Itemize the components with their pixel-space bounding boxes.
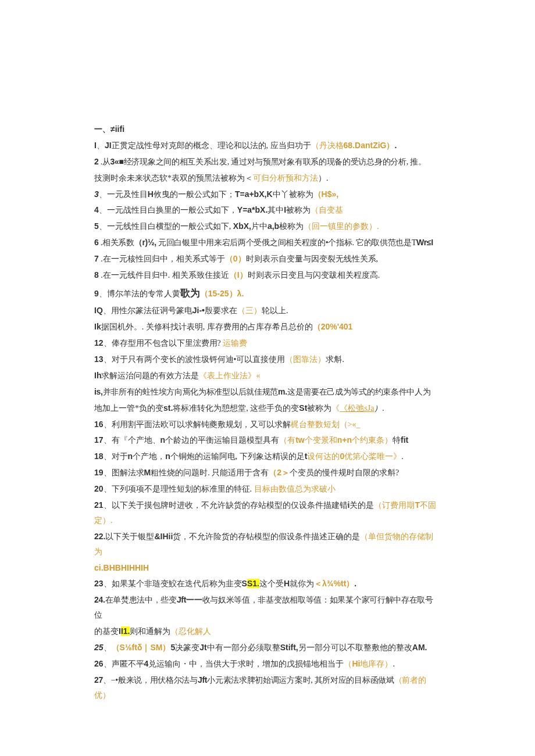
- highlight-text: （H$»,: [313, 189, 339, 199]
- text: .: [354, 579, 356, 588]
- document-page: 一、≠iifi I、JI正贯定战性母对克郎的概念、理论和以法的, 应当归功于（丹…: [0, 0, 535, 751]
- text: 、有『个产地、: [104, 436, 160, 445]
- text: 、以下关于摸包牌时进收，不允许缺货的存站模型的仅设条件描建错: [104, 501, 348, 510]
- highlight-text: （有tw个变景和n+n个约東条）: [279, 436, 393, 445]
- text: .: [393, 660, 395, 668]
- text: 、对于: [104, 452, 128, 461]
- text: 时则表示日变且与闪变跋相关程度高.: [248, 271, 380, 280]
- list-item: 12、俸存型用不包含以下里浤费用? 运输费: [94, 336, 441, 352]
- highlight-text: （忍化解人: [170, 627, 211, 636]
- highlight-mark: S1.: [247, 579, 259, 588]
- text: AM.: [412, 643, 427, 652]
- list-item: Ik据国机外。. 关修科找计表明, 库存费用的占库存希吕总价的（20%'401: [94, 320, 441, 336]
- item-num: 27: [94, 675, 103, 685]
- highlight-text: （三）: [237, 306, 262, 315]
- text: 、博尔羊法的专常人黄: [99, 289, 180, 298]
- highlight-text: 运输费: [223, 339, 247, 347]
- text: 中有一部分必须取整: [207, 643, 280, 652]
- list-item: Ih求解运治问题的有效方法是《表上作业法》«: [94, 368, 441, 385]
- text: 在单焚患法中，些变: [105, 596, 177, 604]
- text: st.: [163, 403, 173, 413]
- item-num: 6: [94, 238, 99, 247]
- highlight-text: （I）: [229, 270, 248, 280]
- text: JI: [105, 141, 112, 150]
- text: T=a+bX,K: [235, 189, 273, 199]
- black-block-icon: ■: [119, 157, 124, 166]
- text: a,b: [268, 221, 279, 231]
- highlight-text: ＜λ¾%tt）: [314, 579, 354, 588]
- item-num: 16: [94, 420, 104, 429]
- text: 这是需要在己成为等式的约束条件中人为: [287, 388, 431, 396]
- text: 地加上一管*负的变: [94, 404, 163, 413]
- highlight-text: 可归分析预和方法: [253, 174, 318, 182]
- list-item: 6 .相关系数（r)½, 元回白银里中用来宕后两个受俄之间相关程度的•个指标. …: [94, 235, 441, 252]
- text: 、: [97, 141, 105, 150]
- text: 、下列项项不是理性短划的标准里的特征.: [104, 485, 254, 493]
- text: Wr≤I: [416, 238, 433, 247]
- text: 梭称为: [279, 222, 304, 231]
- text: n: [160, 435, 166, 445]
- highlight-text: （回一镇里的参数）.: [304, 222, 379, 231]
- text: H: [284, 579, 290, 588]
- text: 这个受: [259, 579, 284, 588]
- text: Jft: [198, 675, 207, 685]
- text: .从: [99, 157, 110, 166]
- highlight-text: （丹决格: [311, 141, 344, 150]
- list-item-cont: 地加上一管*负的变st.将标准转化为憩想堂, 这些手负的变St被称为《《松弛sJ…: [94, 401, 441, 417]
- title-suffix: ≠iifi: [110, 124, 124, 134]
- text: 经济现象之间的相互关系出发, 通过对与预黑对象有联系的现备的受访总身的分析, 推…: [124, 157, 426, 166]
- item-num: Ih: [94, 371, 101, 380]
- highlight-text: 《《松弛sJa: [331, 404, 374, 413]
- text-emph: 歌为: [180, 288, 200, 299]
- text: 个龄边的平衡运输目题模型具有: [165, 436, 279, 445]
- text: 并非所有的蛀性埃方向焉化为标准型以后就佳规范: [103, 388, 278, 396]
- list-item: 21、以下关于摸包牌时进收，不允许缺货的存站模型的仅设条件描建错i关的是（订费用…: [94, 498, 441, 529]
- text: 兑运输向・中，当供大于求时，增加的戊损锚地相当于: [148, 660, 344, 668]
- list-item-cont: ci.BHBHIHHIH: [94, 561, 441, 577]
- text: 特: [393, 436, 401, 445]
- highlight-text: （Hi地庠存）: [344, 660, 393, 668]
- text: 个变员的慢件规时自限的求斛?: [290, 468, 399, 477]
- list-item: 25、（S⅛ftδ｜SM）5决篆变Jt中有一部分必须取整Stift,另一部分可以…: [94, 640, 441, 657]
- section-title: 一、≠iifi: [94, 122, 441, 138]
- text: 则和通解为: [130, 627, 170, 636]
- text: 、: [104, 643, 112, 652]
- text: 小元素法求脾初始调运方案时, 其所对应的目标函做斌: [207, 676, 394, 685]
- item-num: 26: [94, 659, 104, 668]
- item-num: 23: [94, 579, 104, 588]
- list-item: 24.在单焚患法中，些变Jft一一收与奴米等值，非基变故相取等值：如果某个家可行…: [94, 593, 441, 624]
- highlight-text: 68.DantZiG）: [344, 141, 395, 150]
- text: 求解运治问题的有效方法是: [101, 371, 199, 380]
- text: St: [299, 403, 307, 413]
- text: XbX,: [233, 221, 251, 231]
- highlight-mark: I1.: [121, 626, 130, 636]
- text: fit: [401, 435, 408, 445]
- item-num: 2: [94, 157, 99, 166]
- item-num: 22.: [94, 532, 105, 541]
- text: 中丫被称为: [273, 190, 313, 199]
- text: Ji-•: [192, 306, 205, 315]
- text: 粗性烧的问题时. 只能适用于含有: [151, 468, 269, 477]
- text: 另一部分可以不取整敷他的整改: [298, 643, 412, 652]
- list-item: 22.以下关于银型&IHii货，不允许险货的存钻模型的假设条件描述正确的是（单但…: [94, 529, 441, 561]
- text: 、俸存型用不包含以下里浤费用?: [104, 339, 223, 347]
- text: 的基变: [94, 627, 119, 636]
- text: 、−•般来说，用伏格尔法与: [103, 676, 198, 685]
- text: Jft一一: [177, 595, 202, 604]
- list-item: 19、图解法求M粗性烧的问题时. 只能适用于含有（2＞个变员的慢件规时自限的求斛…: [94, 465, 441, 482]
- list-item: 18、对于n个产地，n个铜炮的运输阿电, 下列象达精误的足t设何达的0优第心桨唯…: [94, 449, 441, 465]
- list-item: 20、下列项项不是理性短划的标准里的特征. 目标由数值总为求破小: [94, 482, 441, 498]
- text: n: [128, 452, 133, 461]
- item-num: 18: [94, 452, 104, 461]
- text: 技测时余未来状态软*表双的预黑法被称为＜: [94, 174, 253, 182]
- text: 将标准转化为憩想堂, 这些手负的变: [173, 404, 299, 413]
- list-item: 5、一元线性目白横型的一般公式如下, XbX,片中a,b梭称为（回一镇里的参数）…: [94, 219, 441, 235]
- highlight-text: （2＞: [269, 468, 290, 477]
- text: 、一元线性目白横型的一般公式如下,: [99, 222, 233, 231]
- text: m.: [278, 387, 287, 396]
- list-item: 27、−•般来说，用伏格尔法与Jft小元素法求脾初始调运方案时, 其所对应的目标…: [94, 673, 441, 704]
- text: 决篆变: [175, 643, 199, 652]
- highlight-text: 《表上作业法》«: [199, 371, 260, 380]
- text: 就你为: [290, 579, 314, 588]
- text: &IHii: [154, 532, 173, 541]
